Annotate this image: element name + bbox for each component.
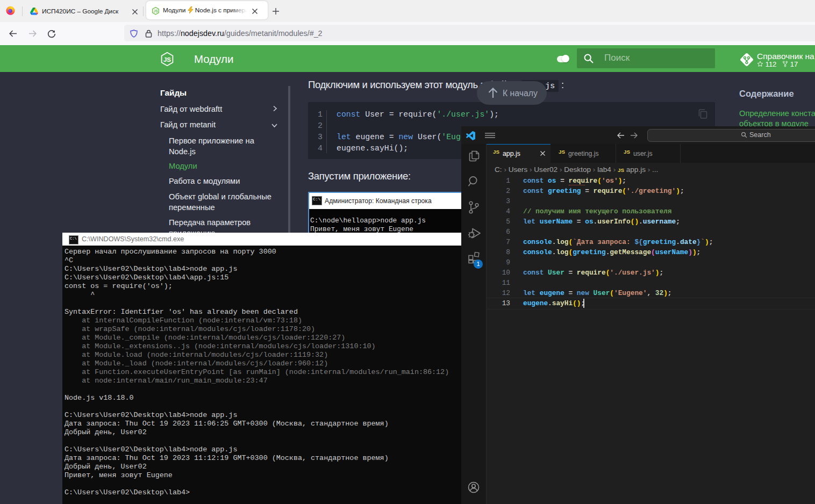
svg-text:JS: JS xyxy=(153,9,158,13)
svg-text:JS: JS xyxy=(163,56,171,63)
